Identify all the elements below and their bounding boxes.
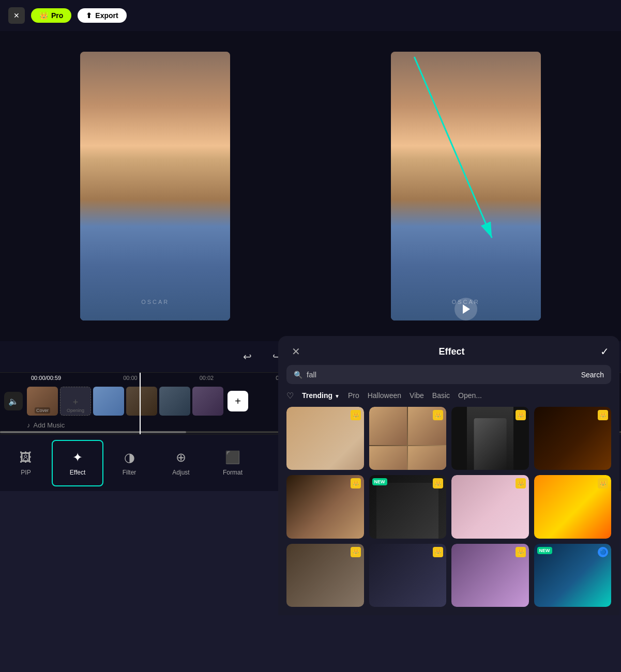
crown-badge: 👑	[433, 478, 443, 488]
crown-badge: 👑	[433, 547, 443, 557]
music-note-icon: ♪	[27, 421, 31, 429]
effect-row3-3[interactable]: 👑	[451, 544, 529, 607]
effect-fashion[interactable]: 👑 NEW Fashion Packag...	[369, 475, 447, 538]
clip-thumb-3[interactable]	[159, 387, 190, 416]
crown-icon: 👑	[39, 11, 48, 20]
effect-pink-doll[interactable]: 👑 Pink Doll Vol 02...	[451, 475, 529, 538]
panel-confirm-button[interactable]: ✓	[600, 345, 609, 358]
adjust-icon: ⊕	[176, 450, 186, 465]
panel-header: ✕ Effect ✓	[278, 336, 619, 365]
video-person-left	[80, 52, 230, 320]
clip-opening[interactable]: + Opening	[60, 387, 91, 416]
clip-thumb-2[interactable]	[126, 387, 157, 416]
effect-retro14[interactable]: 👑 retro effect 14	[286, 407, 364, 470]
effect-mobile-audio[interactable]: 👑 Mobile Audio Vi...	[534, 475, 612, 538]
timecode-2: 00:02	[200, 375, 214, 381]
search-icon: 🔍	[294, 371, 302, 379]
trending-tab[interactable]: Trending ▼	[302, 390, 340, 401]
crown-badge: 👑	[516, 478, 526, 488]
pip-icon: 🖼	[20, 450, 32, 465]
watermark-left: OSCAR	[141, 299, 169, 305]
crown-badge: 👑	[598, 478, 608, 488]
crown-badge: 👑	[351, 410, 361, 420]
effect-gl16[interactable]: 👑 GL16	[534, 407, 612, 470]
effect-row3-2[interactable]: 👑	[369, 544, 447, 607]
close-button[interactable]: ✕	[8, 7, 25, 24]
preview-right: OSCAR	[311, 31, 622, 341]
effect-row3-1[interactable]: 👑	[286, 544, 364, 607]
vibe-tab[interactable]: Vibe	[410, 390, 424, 401]
new-badge: NEW	[372, 478, 387, 485]
effect-sp02[interactable]: 👑 SP02	[286, 475, 364, 538]
timecode-1: 00:00	[123, 375, 138, 381]
halloween-tab[interactable]: Halloween	[368, 390, 401, 401]
export-button[interactable]: ⬆ Export	[78, 8, 126, 23]
clip-thumb-4[interactable]	[192, 387, 223, 416]
preview-left: OSCAR	[0, 31, 311, 341]
pro-button[interactable]: 👑 Pro	[31, 8, 71, 23]
effect-search-bar: 🔍 fall Search	[286, 365, 611, 384]
search-input[interactable]: fall	[307, 370, 577, 379]
trending-arrow: ▼	[335, 393, 340, 399]
video-frame-right: OSCAR	[391, 52, 541, 320]
effect-sp05[interactable]: 👑 SP05	[369, 407, 447, 470]
crown-badge: 👑	[433, 410, 443, 420]
toolbar-pip[interactable]: 🖼 PIP	[0, 440, 52, 486]
time-indicator	[140, 373, 141, 434]
search-button[interactable]: Search	[581, 371, 604, 379]
clip-cover[interactable]: Cover	[27, 387, 58, 416]
top-bar: ✕ 👑 Pro ⬆ Export	[0, 0, 621, 31]
scroll-thumb	[0, 431, 186, 433]
new-badge: NEW	[537, 547, 552, 554]
crown-badge: 👑	[351, 478, 361, 488]
crown-badge: 👑	[516, 547, 526, 557]
panel-title: Effect	[438, 346, 464, 357]
export-icon: ⬆	[86, 11, 92, 20]
filter-icon: ◑	[124, 450, 135, 465]
play-button-right[interactable]	[455, 298, 477, 320]
undo-button[interactable]: ↩	[243, 350, 252, 363]
toolbar-effect[interactable]: ✦ Effect	[52, 440, 103, 486]
track-clips: Cover + Opening	[27, 387, 223, 416]
category-tabs: ♡ Trending ▼ Pro Halloween Vibe Basic Op…	[278, 390, 619, 407]
crown-badge: 👑	[516, 410, 526, 420]
toolbar-filter[interactable]: ◑ Filter	[103, 440, 155, 486]
panel-close-button[interactable]: ✕	[289, 344, 303, 359]
format-icon: ⬛	[225, 450, 240, 465]
basic-tab[interactable]: Basic	[432, 390, 450, 401]
favorites-tab[interactable]: ♡	[286, 391, 294, 401]
effect-be18[interactable]: 👑 BE18	[451, 407, 529, 470]
preview-area: OSCAR OSCAR	[0, 31, 621, 341]
pro-tab[interactable]: Pro	[348, 390, 359, 401]
toolbar-format[interactable]: ⬛ Format	[207, 440, 259, 486]
effect-panel: ✕ Effect ✓ 🔍 fall Search ♡ Trending ▼ Pr…	[278, 336, 619, 615]
toolbar-adjust[interactable]: ⊕ Adjust	[155, 440, 207, 486]
crown-badge: 👑	[598, 410, 608, 420]
effects-grid: 👑 retro effect 14 👑 SP05 👑 BE18 👑	[278, 407, 619, 615]
audio-icon-button[interactable]: 🔈	[4, 392, 23, 410]
clip-thumb-1[interactable]	[93, 387, 124, 416]
effect-row3-4[interactable]: NEW 🔵	[534, 544, 612, 607]
video-frame-left: OSCAR	[80, 52, 230, 320]
current-time: 00:00/00:59	[31, 375, 61, 381]
open-tab[interactable]: Open...	[458, 390, 482, 401]
add-clip-button[interactable]: +	[228, 391, 248, 411]
video-person-right	[391, 52, 541, 320]
effect-icon: ✦	[72, 450, 83, 465]
crown-badge: 👑	[351, 547, 361, 557]
